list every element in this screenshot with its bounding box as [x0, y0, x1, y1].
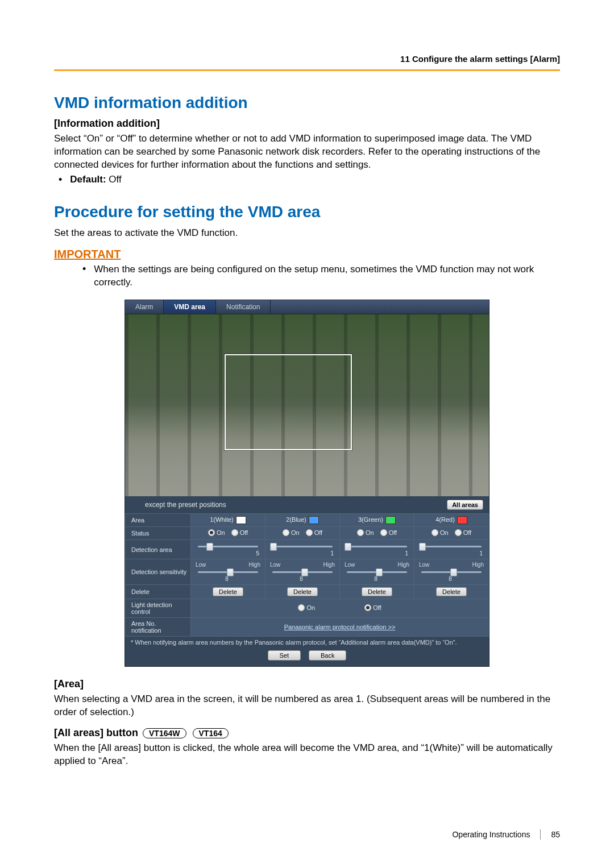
row-sens-label: Detection sensitivity — [126, 559, 191, 585]
row-area-label: Area — [126, 514, 191, 527]
back-button[interactable]: Back — [309, 650, 346, 661]
subhead-info-addition: [Information addition] — [54, 118, 560, 130]
tab-alarm[interactable]: Alarm — [125, 300, 164, 314]
chapter-header: 11 Configure the alarm settings [Alarm] — [54, 54, 560, 64]
bullet-dot: • — [82, 263, 86, 289]
area-2-status[interactable]: On Off — [265, 527, 340, 540]
page-footer: Operating Instructions 85 — [452, 829, 560, 840]
row-areano-label: Area No. notification — [126, 618, 191, 637]
heading-vmd-info: VMD information addition — [54, 94, 560, 112]
area-2-delete-button[interactable]: Delete — [287, 587, 318, 596]
all-areas-button[interactable]: All areas — [447, 500, 483, 510]
bullet-dot: • — [59, 174, 62, 186]
area-3-status[interactable]: On Off — [340, 527, 414, 540]
header-rule — [54, 69, 560, 71]
area-4-status[interactable]: On Off — [414, 527, 489, 540]
important-label: IMPORTANT — [54, 248, 560, 261]
set-button[interactable]: Set — [268, 650, 301, 661]
light-detection-radios[interactable]: On Off — [191, 599, 489, 618]
tab-notification[interactable]: Notification — [216, 300, 271, 314]
area-2-detarea-slider[interactable]: 1 — [265, 540, 340, 559]
allareas-head: [All areas] button VT164W VT164 — [54, 727, 560, 739]
default-line: Default: Off — [70, 174, 121, 185]
area-1-delete-button[interactable]: Delete — [213, 587, 243, 596]
area-3-detarea-slider[interactable]: 1 — [340, 540, 414, 559]
area-2-sens-slider[interactable]: LowHigh 8 — [265, 559, 340, 585]
area-1-sens-slider[interactable]: LowHigh 8 — [191, 559, 265, 585]
area-4-delete-button[interactable]: Delete — [436, 587, 467, 596]
video-preview[interactable] — [125, 314, 489, 496]
allareas-text: When the [All areas] button is clicked, … — [54, 742, 560, 768]
info-addition-text: Select “On” or “Off” to determine whethe… — [54, 132, 560, 172]
area-1-detarea-slider[interactable]: 5 — [191, 540, 265, 559]
area-4-header: 4(Red) — [414, 514, 489, 527]
row-detarea-label: Detection area — [126, 540, 191, 559]
procedure-intro: Set the areas to activate the VMD functi… — [54, 227, 560, 240]
heading-procedure: Procedure for setting the VMD area — [54, 203, 560, 221]
row-delete-label: Delete — [126, 585, 191, 599]
important-text: When the settings are being configured o… — [94, 263, 560, 289]
area-text: When selecting a VMD area in the screen,… — [54, 693, 560, 719]
tab-bar: Alarm VMD area Notification — [125, 300, 489, 314]
area-2-header: 2(Blue) — [265, 514, 340, 527]
model-badge-vt164w: VT164W — [143, 728, 186, 738]
footer-label: Operating Instructions — [452, 830, 530, 839]
model-badge-vt164: VT164 — [193, 728, 229, 738]
vmd-area-table: Area 1(White) 2(Blue) 3(Green) 4(Red) St… — [125, 513, 489, 637]
row-status-label: Status — [126, 527, 191, 540]
row-light-label: Light detection control — [126, 599, 191, 618]
vmd-selection-box[interactable] — [225, 354, 352, 450]
preset-text: except the preset positions — [145, 501, 226, 509]
panasonic-protocol-link[interactable]: Panasonic alarm protocol notification >> — [284, 624, 396, 630]
tab-vmd-area[interactable]: VMD area — [164, 300, 216, 314]
area-4-sens-slider[interactable]: LowHigh 8 — [414, 559, 489, 585]
area-head: [Area] — [54, 678, 560, 690]
area-1-header: 1(White) — [191, 514, 265, 527]
vmd-settings-panel: Alarm VMD area Notification except the p… — [125, 300, 489, 667]
area-4-detarea-slider[interactable]: 1 — [414, 540, 489, 559]
area-3-header: 3(Green) — [340, 514, 414, 527]
area-3-delete-button[interactable]: Delete — [362, 587, 392, 596]
panel-footnote: * When notifying alarm area numbers by t… — [125, 637, 489, 647]
footer-page: 85 — [551, 830, 560, 839]
area-3-sens-slider[interactable]: LowHigh 8 — [340, 559, 414, 585]
area-1-status[interactable]: On Off — [191, 527, 265, 540]
